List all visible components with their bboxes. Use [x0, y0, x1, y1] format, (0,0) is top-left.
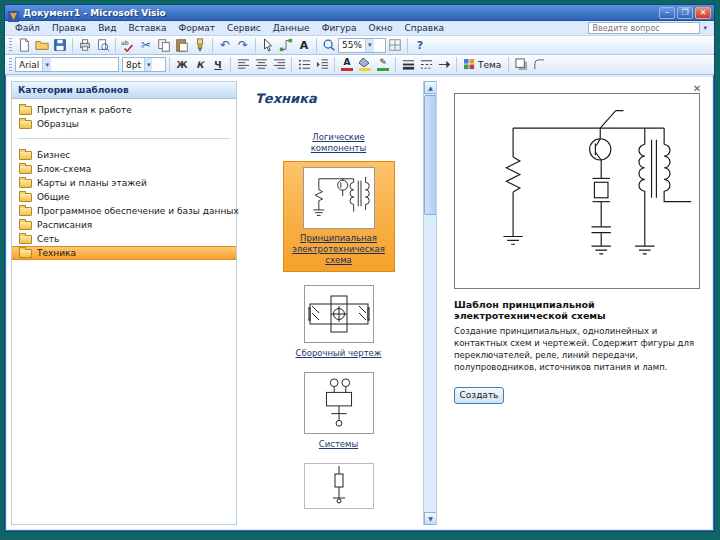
menu-data[interactable]: Данные [267, 22, 316, 34]
scroll-down-icon[interactable]: ▼ [424, 512, 437, 525]
scrollbar-thumb[interactable] [424, 95, 437, 215]
create-button[interactable]: Создать [454, 387, 504, 404]
menu-shape[interactable]: Фигура [316, 22, 363, 34]
theme-button[interactable]: Тема [460, 56, 505, 73]
paste-icon[interactable] [173, 37, 191, 54]
help-icon[interactable]: ? [411, 37, 429, 54]
bold-icon[interactable]: Ж [173, 56, 191, 73]
open-folder-icon[interactable] [33, 37, 51, 54]
new-document-icon[interactable] [15, 37, 33, 54]
title-bar[interactable]: Документ1 - Microsoft Visio – ❐ ✕ [5, 5, 714, 21]
zoom-value: 55% [342, 40, 362, 50]
menu-file[interactable]: Файл [9, 22, 46, 34]
toolbar-grip[interactable] [9, 38, 12, 52]
vertical-scrollbar[interactable]: ▲ ▼ [423, 81, 436, 525]
sidebar-item-getting-started[interactable]: Приступая к работе [12, 103, 236, 117]
folder-icon [19, 106, 32, 115]
window-title: Документ1 - Microsoft Visio [23, 8, 166, 18]
sidebar-item-maps-floorplans[interactable]: Карты и планы этажей [12, 176, 236, 190]
template-thumbnail[interactable] [303, 167, 375, 229]
sidebar-item-network[interactable]: Сеть [12, 232, 236, 246]
chevron-down-icon: ▾ [365, 39, 374, 52]
corner-rounding-icon[interactable] [530, 56, 548, 73]
menu-window[interactable]: Окно [363, 22, 399, 34]
toolbar-separator [169, 57, 170, 72]
template-link-electrical-schematic[interactable]: Принципиальная электротехническая схема [291, 233, 387, 265]
chevron-down-icon[interactable]: ▾ [700, 24, 710, 32]
drawing-aids-icon[interactable] [386, 37, 404, 54]
indent-icon[interactable] [313, 56, 331, 73]
chevron-down-icon: ▾ [42, 58, 51, 71]
fill-color-icon[interactable] [356, 56, 374, 73]
text-tool-icon[interactable]: A [295, 37, 313, 54]
folder-icon [19, 165, 32, 174]
spelling-icon[interactable]: ab [119, 37, 137, 54]
menu-edit[interactable]: Правка [46, 22, 92, 34]
format-painter-icon[interactable] [191, 37, 209, 54]
bullets-icon[interactable] [295, 56, 313, 73]
menu-tools[interactable]: Сервис [221, 22, 267, 34]
menu-help[interactable]: Справка [398, 22, 450, 34]
sidebar-item-samples[interactable]: Образцы [12, 117, 236, 131]
close-pane-icon[interactable]: ✕ [690, 82, 704, 95]
align-right-icon[interactable] [270, 56, 288, 73]
font-combo[interactable]: Arial ▾ [15, 57, 119, 72]
italic-icon[interactable]: К [191, 56, 209, 73]
scroll-up-icon[interactable]: ▲ [424, 81, 437, 94]
sidebar-item-business[interactable]: Бизнес [12, 148, 236, 162]
line-pattern-icon[interactable] [417, 56, 435, 73]
folder-icon [19, 249, 32, 258]
minimize-button[interactable]: – [659, 7, 675, 19]
shadow-icon[interactable] [512, 56, 530, 73]
chevron-down-icon: ▾ [144, 58, 153, 71]
menu-view[interactable]: Вид [92, 22, 122, 34]
template-link-assembly-drawing[interactable]: Сборочный чертеж [291, 348, 387, 359]
align-center-icon[interactable] [252, 56, 270, 73]
close-button[interactable]: ✕ [695, 7, 711, 19]
zoom-magnifier-icon[interactable] [320, 37, 338, 54]
line-color-icon[interactable]: ✎ [374, 56, 392, 73]
align-left-icon[interactable] [234, 56, 252, 73]
search-input[interactable] [588, 22, 700, 34]
template-thumbnail-systems[interactable] [304, 372, 374, 434]
sidebar-item-software-db[interactable]: Программное обеспечение и базы данных [12, 204, 236, 218]
redo-icon[interactable]: ↷ [234, 37, 252, 54]
toolbar-separator [316, 38, 317, 53]
template-link-systems[interactable]: Системы [291, 439, 387, 450]
line-weight-icon[interactable] [399, 56, 417, 73]
sidebar-item-engineering[interactable]: Техника [12, 246, 236, 260]
help-search: ▾ [588, 22, 710, 34]
font-size-combo[interactable]: 8pt ▾ [122, 57, 166, 72]
template-thumbnail-partial[interactable] [304, 463, 374, 509]
folder-icon [19, 151, 32, 160]
text-color-icon[interactable]: А [338, 56, 356, 73]
template-thumbnail-assembly[interactable] [304, 285, 374, 343]
sidebar-item-label: Сеть [37, 234, 59, 244]
save-icon[interactable] [51, 37, 69, 54]
folder-icon [19, 235, 32, 244]
template-item-selected[interactable]: Принципиальная электротехническая схема [283, 161, 395, 272]
connector-tool-icon[interactable] [277, 37, 295, 54]
print-preview-icon[interactable] [94, 37, 112, 54]
template-preview-image [454, 93, 700, 289]
menu-insert[interactable]: Вставка [122, 22, 172, 34]
template-list-pane: Техника Логические компоненты [241, 81, 437, 525]
cut-icon[interactable]: ✂ [137, 37, 155, 54]
formatting-toolbar: Arial ▾ 8pt ▾ Ж К Ч А ✎ Тема [5, 55, 714, 75]
sidebar-item-schedules[interactable]: Расписания [12, 218, 236, 232]
sidebar-item-flowchart[interactable]: Блок-схема [12, 162, 236, 176]
toolbar-separator [508, 57, 509, 72]
standard-toolbar: ab ✂ ↶ ↷ A 55% ▾ ? [5, 36, 714, 55]
menu-format[interactable]: Формат [173, 22, 222, 34]
arrow-style-icon[interactable] [435, 56, 453, 73]
pointer-tool-icon[interactable] [259, 37, 277, 54]
sidebar-item-general[interactable]: Общие [12, 190, 236, 204]
undo-icon[interactable]: ↶ [216, 37, 234, 54]
print-icon[interactable] [76, 37, 94, 54]
zoom-combo[interactable]: 55% ▾ [338, 38, 386, 53]
copy-icon[interactable] [155, 37, 173, 54]
toolbar-grip[interactable] [9, 58, 12, 72]
template-link-logic-components[interactable]: Логические компоненты [291, 132, 387, 153]
maximize-button[interactable]: ❐ [677, 7, 693, 19]
underline-icon[interactable]: Ч [209, 56, 227, 73]
